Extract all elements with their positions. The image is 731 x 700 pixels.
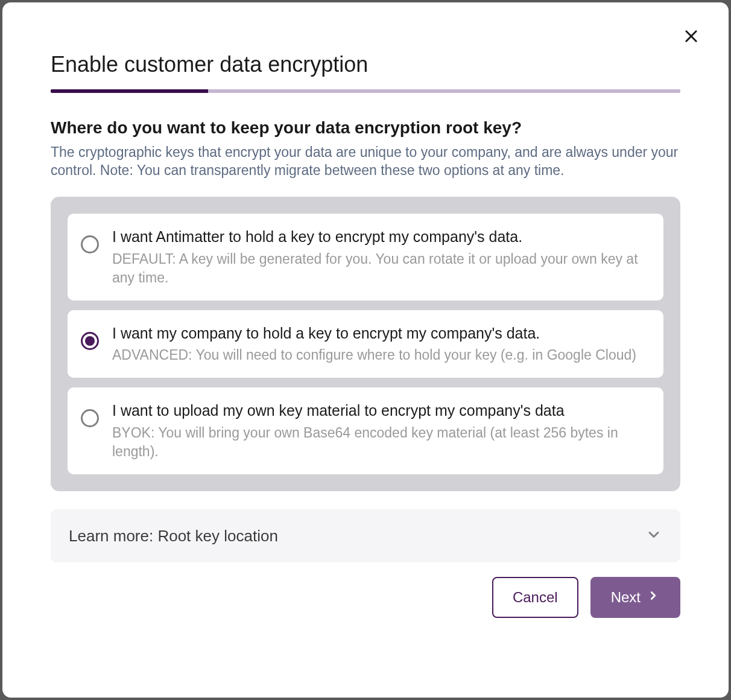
cancel-button-label: Cancel — [513, 589, 558, 606]
cancel-button[interactable]: Cancel — [492, 577, 578, 618]
option-description: DEFAULT: A key will be generated for you… — [112, 250, 647, 287]
radio-unselected-icon — [81, 409, 99, 427]
close-icon — [683, 28, 700, 47]
option-description: BYOK: You will bring your own Base64 enc… — [112, 424, 647, 461]
next-button-label: Next — [611, 589, 641, 606]
learn-more-label: Learn more: Root key location — [69, 527, 278, 546]
option-company-key[interactable]: I want my company to hold a key to encry… — [68, 310, 663, 378]
modal-container: Enable customer data encryption Where do… — [2, 2, 729, 698]
learn-more-toggle[interactable]: Learn more: Root key location — [51, 509, 680, 562]
radio-selected-icon — [81, 332, 99, 350]
option-title: I want to upload my own key material to … — [112, 401, 647, 421]
button-row: Cancel Next — [51, 577, 680, 618]
radio-unselected-icon — [81, 235, 99, 253]
progress-bar — [51, 89, 680, 93]
close-button[interactable] — [679, 25, 703, 49]
progress-fill — [51, 89, 208, 93]
option-text: I want my company to hold a key to encry… — [112, 323, 647, 365]
option-title: I want Antimatter to hold a key to encry… — [112, 227, 647, 247]
option-text: I want Antimatter to hold a key to encry… — [112, 227, 647, 287]
option-description: ADVANCED: You will need to configure whe… — [112, 346, 647, 364]
modal-title: Enable customer data encryption — [51, 52, 680, 77]
option-text: I want to upload my own key material to … — [112, 401, 647, 461]
next-button[interactable]: Next — [590, 577, 680, 618]
option-antimatter-key[interactable]: I want Antimatter to hold a key to encry… — [68, 214, 663, 301]
chevron-down-icon — [645, 526, 662, 546]
question-subtitle: The cryptographic keys that encrypt your… — [51, 144, 680, 180]
question-title: Where do you want to keep your data encr… — [51, 118, 680, 138]
option-title: I want my company to hold a key to encry… — [112, 323, 647, 344]
option-byok[interactable]: I want to upload my own key material to … — [68, 387, 663, 474]
chevron-right-icon — [647, 589, 660, 606]
options-container: I want Antimatter to hold a key to encry… — [51, 197, 680, 491]
